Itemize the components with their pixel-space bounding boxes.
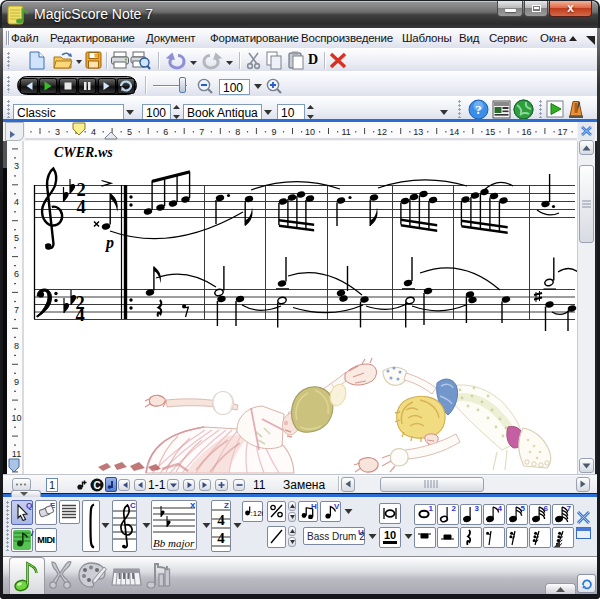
svg-text:5: 5 bbox=[127, 127, 132, 137]
svg-text:10: 10 bbox=[305, 127, 315, 137]
svg-text:15: 15 bbox=[485, 127, 495, 137]
svg-text:3: 3 bbox=[55, 127, 60, 137]
svg-text:12: 12 bbox=[377, 127, 387, 137]
svg-text:?: ? bbox=[475, 102, 482, 117]
svg-text:17: 17 bbox=[557, 127, 567, 137]
svg-text:9: 9 bbox=[14, 377, 19, 387]
svg-text:4: 4 bbox=[217, 530, 225, 546]
svg-text:11: 11 bbox=[12, 449, 21, 459]
svg-text:4: 4 bbox=[91, 127, 96, 137]
svg-text:11: 11 bbox=[341, 127, 350, 137]
svg-text:14: 14 bbox=[449, 127, 459, 137]
svg-text:5: 5 bbox=[14, 233, 19, 243]
svg-text:4: 4 bbox=[217, 512, 225, 528]
svg-text:C: C bbox=[93, 480, 100, 491]
svg-text:13: 13 bbox=[413, 127, 423, 137]
svg-text:16: 16 bbox=[521, 127, 531, 137]
svg-text:3: 3 bbox=[14, 161, 19, 171]
svg-text:7: 7 bbox=[14, 305, 19, 315]
svg-text:4: 4 bbox=[14, 197, 19, 207]
svg-text:8: 8 bbox=[235, 127, 240, 137]
svg-text:10: 10 bbox=[11, 413, 21, 423]
svg-text:6: 6 bbox=[14, 269, 19, 279]
svg-text:7: 7 bbox=[199, 127, 204, 137]
svg-text::120: :120 bbox=[250, 509, 263, 518]
svg-text:9: 9 bbox=[271, 127, 276, 137]
svg-text:8: 8 bbox=[14, 341, 19, 351]
svg-text:6: 6 bbox=[163, 127, 168, 137]
